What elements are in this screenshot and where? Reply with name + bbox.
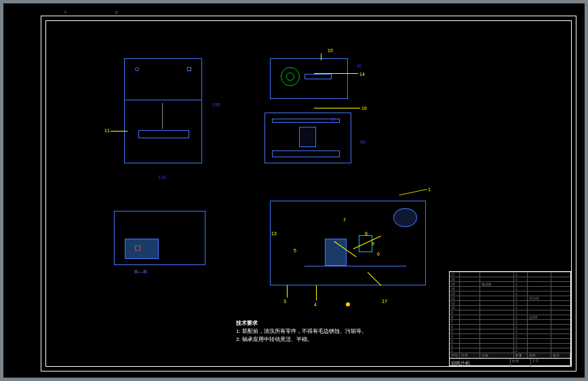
dim-width: 114 — [158, 175, 166, 180]
fastener — [135, 245, 140, 251]
datum-dot — [346, 302, 350, 306]
view-plan-left — [114, 211, 205, 265]
tb-hdr-name: 名称 — [480, 353, 514, 358]
tb-cell — [480, 296, 514, 300]
tb-cell: 1 — [514, 344, 528, 348]
bearing-block — [299, 127, 316, 147]
tb-cell — [460, 325, 480, 329]
leader-line — [287, 285, 288, 298]
tb-part-row: 15电动机1 — [450, 281, 570, 286]
tb-cell: 14 — [450, 287, 460, 291]
tb-part-row: 171 — [450, 272, 570, 277]
view-side-lower — [264, 113, 351, 163]
table-surface — [138, 130, 189, 138]
tb-cell: 1 — [514, 292, 528, 296]
tb-part-row: 91 — [450, 310, 570, 315]
tb-cell — [528, 339, 551, 343]
leader-line — [399, 189, 427, 196]
callout-14: 14 — [359, 72, 365, 77]
callout-1: 1 — [428, 187, 431, 192]
tb-hdr-num: 序号 — [450, 353, 460, 358]
tb-cell: 1 — [514, 325, 528, 329]
tb-cell — [480, 315, 514, 319]
leader-line — [314, 108, 360, 108]
leader-line — [321, 54, 321, 60]
tb-cell: 12 — [450, 296, 460, 300]
tb-cell — [528, 310, 551, 315]
hole-icon — [187, 67, 191, 71]
tb-cell: 7 — [450, 320, 460, 324]
tb-cell: 5 — [450, 329, 460, 334]
tb-cell: 13 — [450, 292, 460, 296]
hole-icon — [135, 67, 139, 71]
tb-cell: 6 — [450, 325, 460, 329]
mark-e: E — [115, 10, 119, 15]
plate — [272, 119, 340, 123]
tb-part-row: 131 — [450, 291, 570, 296]
tb-cell — [528, 334, 551, 338]
base-line — [305, 266, 406, 266]
view-plan-right — [270, 201, 426, 285]
callout-6: 6 — [377, 252, 380, 256]
tb-part-row: 111 — [450, 300, 570, 305]
tb-scale-label: 比例 — [511, 359, 531, 367]
tb-scale: 1:3 — [531, 359, 570, 367]
drawing-canvas: F E 195 114 11 15 14 16 32 — [3, 3, 585, 378]
tb-cell — [480, 334, 514, 338]
callout-12: 12 — [331, 117, 336, 121]
callout-5: 5 — [294, 248, 296, 253]
tb-cell — [460, 329, 480, 334]
tb-cell — [528, 273, 551, 277]
tb-cell — [460, 277, 480, 281]
callout-8: 8 — [365, 231, 368, 236]
tb-cell: 1 — [450, 348, 460, 353]
tb-cell — [460, 310, 480, 315]
tb-cell: 1 — [514, 315, 528, 319]
tb-cell — [460, 292, 480, 296]
tb-cell — [480, 325, 514, 329]
tb-cell: 1 — [514, 334, 528, 338]
split-line — [125, 100, 201, 100]
callout-4: 4 — [314, 302, 317, 307]
tb-cell — [460, 301, 480, 305]
leader-line — [316, 285, 317, 300]
tb-part-row: 102 — [450, 305, 570, 310]
tb-cell — [480, 329, 514, 334]
tb-hdr-note: 备注 — [551, 353, 570, 358]
tb-cell — [528, 301, 551, 305]
tb-cell: 1 — [514, 339, 528, 343]
callout-3: 3 — [283, 299, 286, 304]
tb-cell: GCr15 — [528, 296, 551, 300]
component-fill — [125, 239, 159, 259]
tb-part-row: 11 — [450, 348, 570, 353]
section-label: B—B — [134, 268, 147, 275]
tb-cell — [460, 339, 480, 343]
tb-cell — [480, 273, 514, 277]
view-side-upper — [270, 58, 348, 99]
view-front — [124, 58, 202, 163]
tb-part-row: 31 — [450, 338, 570, 343]
tb-cell: 3 — [450, 339, 460, 343]
tb-cell: 1 — [514, 301, 528, 305]
tb-cell — [480, 344, 514, 348]
tb-cell: 16 — [450, 277, 460, 281]
tb-cell — [460, 287, 480, 291]
tb-hdr-mat: 材料 — [528, 353, 551, 358]
tb-cell: 9 — [450, 310, 460, 315]
title-block: 17116115电动机1141131121GCr151111029181Q235… — [449, 271, 571, 366]
dim-height: 195 — [212, 102, 220, 107]
callout-13: 13 — [271, 231, 277, 236]
tb-cell — [460, 306, 480, 310]
callout-15: 15 — [328, 48, 333, 53]
tb-cell — [480, 348, 514, 353]
tb-project: 切肉片机 — [450, 359, 511, 367]
tb-cell: 10 — [450, 306, 460, 310]
tb-cell — [480, 339, 514, 343]
tb-cell — [528, 277, 551, 281]
tb-part-row: 121GCr15 — [450, 296, 570, 300]
leader-line — [111, 131, 128, 132]
tb-cell: 17 — [450, 273, 460, 277]
tb-cell — [460, 334, 480, 338]
tb-cell — [460, 344, 480, 348]
tb-cell: 1 — [514, 296, 528, 300]
